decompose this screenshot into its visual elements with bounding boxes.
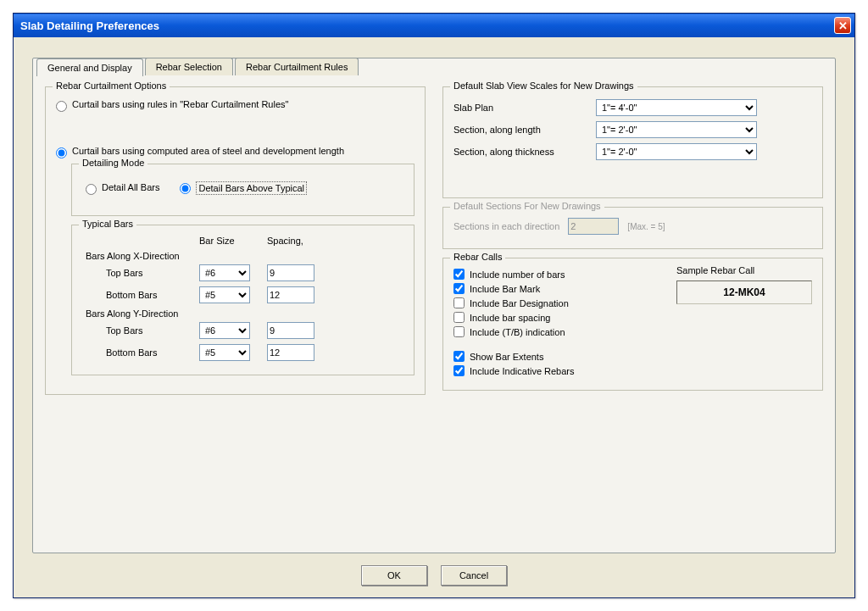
include-number-row[interactable]: Include number of bars — [453, 269, 659, 280]
close-icon: ✕ — [838, 19, 848, 32]
detailing-mode-legend: Detailing Mode — [79, 158, 147, 168]
dialog-window: Slab Detailing Preferences ✕ General and… — [13, 13, 855, 598]
detail-above-radio[interactable] — [180, 183, 191, 194]
show-extents-label: Show Bar Extents — [470, 352, 543, 362]
section-length-select[interactable]: 1"= 2'-0" — [596, 121, 757, 138]
section-length-label: Section, along length — [453, 125, 589, 135]
include-tb-label: Include (T/B) indication — [470, 327, 565, 337]
show-extents-checkbox[interactable] — [453, 351, 465, 362]
col-bar-size: Bar Size — [199, 236, 259, 246]
curtailment-options-group: Rebar Curtailment Options Curtail bars u… — [45, 86, 426, 395]
sections-label: Sections in each direction — [453, 221, 559, 231]
curtail-computed-radio[interactable] — [56, 147, 67, 158]
x-bottom-spacing-input[interactable] — [267, 286, 314, 303]
left-column: Rebar Curtailment Options Curtail bars u… — [45, 86, 426, 403]
section-thickness-label: Section, along thickness — [453, 147, 589, 157]
sections-input — [568, 218, 619, 235]
tab-panel: General and Display Rebar Selection Reba… — [32, 58, 836, 553]
slab-plan-select[interactable]: 1"= 4'-0" — [596, 99, 757, 116]
default-sections-group: Default Sections For New Drawings Sectio… — [442, 207, 823, 249]
typical-bars-legend: Typical Bars — [79, 219, 136, 229]
tab-curtailment-rules[interactable]: Rebar Curtailment Rules — [235, 58, 359, 75]
y-bottom-spacing-input[interactable] — [267, 344, 314, 361]
include-number-checkbox[interactable] — [453, 269, 465, 280]
include-spacing-checkbox[interactable] — [453, 312, 465, 323]
client-area: General and Display Rebar Selection Reba… — [14, 37, 854, 597]
section-thickness-select[interactable]: 1"= 2'-0" — [596, 143, 757, 160]
rebar-calls-legend: Rebar Calls — [450, 252, 505, 262]
include-desig-checkbox[interactable] — [453, 297, 465, 308]
tab-body: Rebar Curtailment Options Curtail bars u… — [33, 76, 835, 412]
sample-call-value: 12-MK04 — [676, 281, 812, 304]
x-direction-head: Bars Along X-Direction — [86, 251, 403, 261]
x-bottom-label: Bottom Bars — [106, 290, 191, 300]
show-extents-row[interactable]: Show Bar Extents — [453, 351, 659, 362]
sections-hint: [Max. = 5] — [627, 222, 665, 231]
curtail-rules-radio[interactable] — [56, 101, 67, 112]
y-bottom-label: Bottom Bars — [106, 347, 191, 358]
tab-strip: General and Display Rebar Selection Reba… — [36, 58, 838, 75]
detail-above-row[interactable]: Detail Bars Above Typical — [180, 181, 307, 195]
include-number-label: Include number of bars — [470, 269, 565, 280]
include-tb-row[interactable]: Include (T/B) indication — [453, 326, 659, 337]
detail-all-label: Detail All Bars — [102, 182, 159, 192]
sample-call-label: Sample Rebar Call — [676, 265, 812, 275]
include-mark-row[interactable]: Include Bar Mark — [453, 283, 659, 294]
right-column: Default Slab View Scales for New Drawing… — [442, 86, 823, 403]
curtail-computed-row[interactable]: Curtail bars using computed area of stee… — [56, 146, 415, 158]
detail-above-label: Detail Bars Above Typical — [196, 181, 307, 195]
close-button[interactable]: ✕ — [834, 17, 851, 34]
detail-all-radio[interactable] — [86, 184, 97, 195]
include-spacing-label: Include bar spacing — [470, 313, 550, 323]
include-spacing-row[interactable]: Include bar spacing — [453, 312, 659, 323]
include-desig-row[interactable]: Include Bar Designation — [453, 297, 659, 308]
slab-plan-label: Slab Plan — [453, 103, 589, 113]
tab-general[interactable]: General and Display — [36, 58, 143, 76]
tab-rebar-selection[interactable]: Rebar Selection — [145, 58, 233, 75]
include-indicative-label: Include Indicative Rebars — [470, 366, 575, 376]
curtail-rules-label: Curtail bars using rules in "Rebar Curta… — [72, 99, 288, 109]
x-top-spacing-input[interactable] — [267, 264, 314, 281]
detailing-mode-group: Detailing Mode Detail All Bars Detail Ba… — [71, 164, 415, 216]
y-direction-head: Bars Along Y-Direction — [86, 308, 403, 319]
y-top-spacing-input[interactable] — [267, 322, 314, 339]
detail-all-row[interactable]: Detail All Bars — [86, 182, 159, 195]
x-top-label: Top Bars — [106, 268, 191, 278]
view-scales-legend: Default Slab View Scales for New Drawing… — [450, 81, 637, 91]
include-desig-label: Include Bar Designation — [470, 298, 569, 308]
include-indicative-row[interactable]: Include Indicative Rebars — [453, 365, 659, 376]
y-bottom-size-select[interactable]: #5 — [199, 344, 250, 361]
include-tb-checkbox[interactable] — [453, 326, 465, 337]
view-scales-group: Default Slab View Scales for New Drawing… — [442, 86, 823, 198]
x-bottom-size-select[interactable]: #5 — [199, 286, 250, 303]
y-top-label: Top Bars — [106, 325, 191, 336]
include-indicative-checkbox[interactable] — [453, 365, 465, 376]
curtail-rules-row[interactable]: Curtail bars using rules in "Rebar Curta… — [56, 99, 415, 112]
x-top-size-select[interactable]: #6 — [199, 264, 250, 281]
include-mark-label: Include Bar Mark — [470, 284, 540, 294]
typical-bars-group: Typical Bars Bar Size Spacing, Bars Alon… — [71, 225, 415, 375]
rebar-calls-group: Rebar Calls Include number of bars Inclu… — [442, 258, 823, 391]
col-spacing: Spacing, — [267, 236, 326, 246]
y-top-size-select[interactable]: #6 — [199, 322, 250, 339]
ok-button[interactable]: OK — [361, 565, 427, 586]
include-mark-checkbox[interactable] — [453, 283, 465, 294]
window-title: Slab Detailing Preferences — [20, 19, 834, 32]
computed-options: Detailing Mode Detail All Bars Detail Ba… — [71, 164, 415, 375]
default-sections-legend: Default Sections For New Drawings — [450, 201, 604, 211]
titlebar: Slab Detailing Preferences ✕ — [14, 14, 854, 37]
curtail-computed-label: Curtail bars using computed area of stee… — [72, 146, 344, 156]
dialog-buttons: OK Cancel — [32, 565, 836, 586]
cancel-button[interactable]: Cancel — [441, 565, 507, 586]
curtailment-legend: Rebar Curtailment Options — [53, 81, 170, 91]
